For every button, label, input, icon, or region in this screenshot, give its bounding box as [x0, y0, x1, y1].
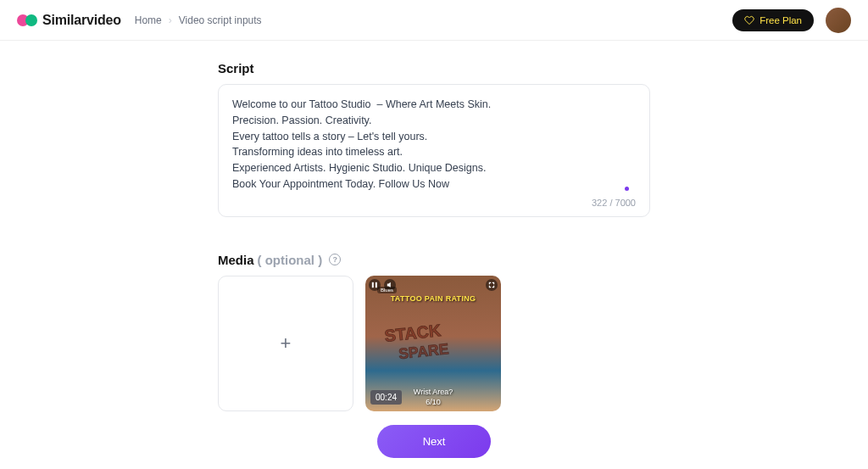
tattoo-art-icon: STACKSPARE — [381, 315, 474, 366]
site-header: Similarvideo Home › Video script inputs … — [0, 0, 868, 41]
indicator-dot-icon — [625, 187, 629, 191]
media-section-title: Media( optional ) ? — [218, 253, 650, 267]
media-row: + Blues TATTOO PAIN RATING STACKSPARE Wr… — [218, 276, 650, 411]
video-score: 6/10 — [426, 398, 441, 406]
chevron-right-icon: › — [169, 14, 172, 26]
next-button[interactable]: Next — [377, 425, 492, 458]
script-section-title: Script — [218, 61, 650, 75]
video-headline: TATTOO PAIN RATING — [391, 294, 476, 303]
next-button-wrap: Next — [218, 425, 650, 458]
brand-logo[interactable]: Similarvideo — [17, 13, 121, 28]
breadcrumb-home[interactable]: Home — [135, 14, 162, 26]
info-icon[interactable]: ? — [329, 254, 341, 265]
breadcrumb: Home › Video script inputs — [135, 14, 262, 26]
video-subtext: Wrist Area? — [414, 388, 453, 396]
form-container: Script Welcome to our Tattoo Studio – Wh… — [218, 61, 650, 458]
breadcrumb-current: Video script inputs — [179, 14, 262, 26]
svg-rect-1 — [376, 282, 377, 287]
fullscreen-icon[interactable] — [486, 279, 498, 291]
video-duration: 00:24 — [370, 390, 402, 405]
script-textarea[interactable]: Welcome to our Tattoo Studio – Where Art… — [232, 97, 620, 193]
heart-icon — [744, 15, 754, 25]
plan-label: Free Plan — [760, 15, 802, 25]
media-label: Media — [218, 253, 254, 267]
upload-media-button[interactable]: + — [218, 276, 353, 411]
avatar[interactable] — [826, 8, 851, 33]
logo-icon — [17, 14, 37, 26]
main-content: Script Welcome to our Tattoo Studio – Wh… — [0, 41, 868, 469]
plus-icon: + — [281, 332, 292, 355]
char-counter: 322 / 7000 — [232, 198, 636, 208]
svg-rect-0 — [372, 282, 374, 287]
video-thumbnail[interactable]: Blues TATTOO PAIN RATING STACKSPARE Wris… — [365, 276, 501, 411]
script-box: Welcome to our Tattoo Studio – Where Art… — [218, 84, 650, 217]
header-left: Similarvideo Home › Video script inputs — [17, 13, 262, 28]
brand-name: Similarvideo — [42, 13, 121, 28]
plan-button[interactable]: Free Plan — [732, 9, 814, 31]
header-right: Free Plan — [732, 8, 851, 33]
video-tag: Blues — [377, 287, 397, 293]
media-optional-label: ( optional ) — [258, 253, 323, 267]
svg-text:SPARE: SPARE — [398, 340, 449, 362]
